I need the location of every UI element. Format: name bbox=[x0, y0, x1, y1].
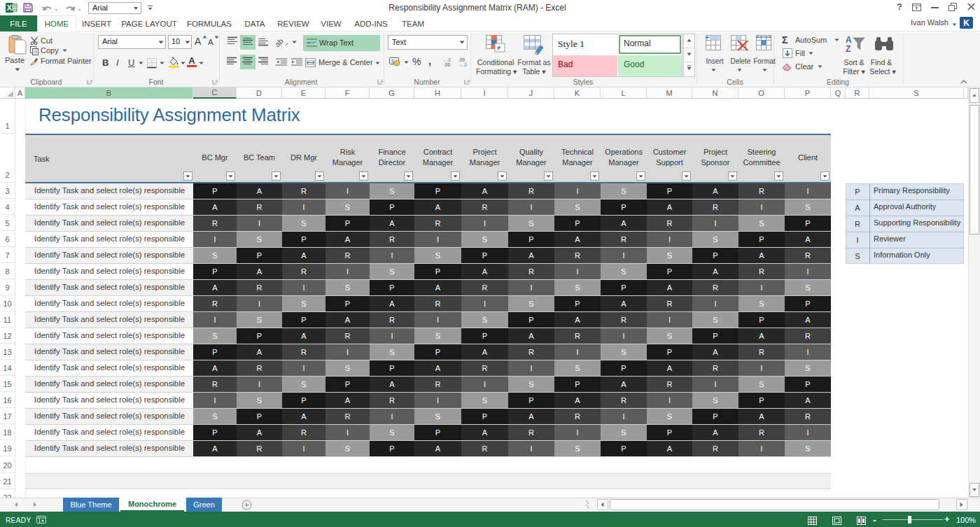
svg-text:←.0: ←.0 bbox=[442, 57, 451, 62]
svg-text:A: A bbox=[846, 35, 852, 45]
svg-text:.00: .00 bbox=[444, 62, 450, 67]
svg-text:Z: Z bbox=[846, 44, 850, 54]
svg-text:.00: .00 bbox=[458, 57, 465, 62]
svg-text:→.0: →.0 bbox=[458, 62, 467, 67]
svg-text:X: X bbox=[7, 3, 13, 12]
svg-text:≠: ≠ bbox=[497, 44, 501, 52]
svg-text:$: $ bbox=[391, 59, 394, 64]
